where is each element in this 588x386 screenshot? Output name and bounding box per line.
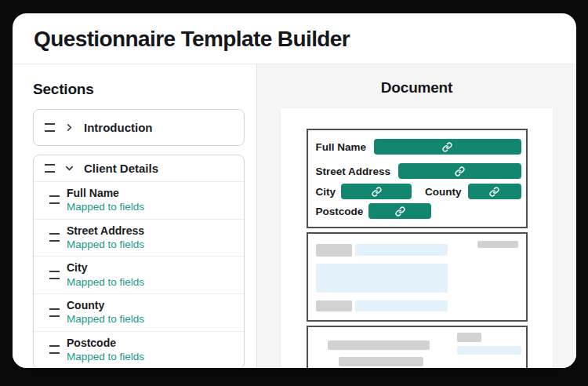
drag-handle-icon[interactable]	[49, 233, 60, 242]
mapped-field-pill-full-name[interactable]	[374, 139, 521, 155]
drag-handle-icon[interactable]	[49, 195, 60, 204]
field-mapped-status: Mapped to fields	[67, 275, 144, 290]
field-name: Full Name	[67, 186, 144, 200]
mapped-field-pill-postcode[interactable]	[368, 203, 431, 219]
mapped-field-pill-city[interactable]	[341, 184, 412, 199]
drag-handle-icon[interactable]	[49, 308, 60, 317]
drag-handle-icon[interactable]	[49, 345, 60, 354]
link-icon	[395, 206, 405, 217]
field-mapped-status: Mapped to fields	[67, 200, 144, 214]
section-label: Client Details	[84, 162, 158, 175]
field-name: Street Address	[67, 224, 144, 238]
field-mapped-status: Mapped to fields	[67, 238, 144, 252]
skeleton-text-bar	[316, 244, 352, 257]
doc-field-label-city: City	[316, 186, 336, 198]
sections-heading: Sections	[33, 81, 245, 98]
skeleton-text-bar	[477, 241, 518, 248]
field-name: City	[67, 260, 144, 275]
skeleton-text-bar	[457, 333, 481, 342]
app-header: Questionnaire Template Builder	[13, 13, 576, 64]
drag-handle-icon[interactable]	[45, 164, 55, 173]
page-title: Questionnaire Template Builder	[34, 27, 555, 52]
drag-handle-icon[interactable]	[45, 123, 55, 132]
section-row-introduction[interactable]: Introduction	[34, 110, 244, 145]
sections-panel: Sections Introduction Client Details	[13, 64, 257, 368]
link-icon	[372, 187, 382, 197]
field-row-full-name[interactable]: Full Name Mapped to fields	[34, 181, 244, 219]
link-icon	[489, 187, 499, 197]
content-area: Sections Introduction Client Details	[13, 64, 576, 368]
mapped-field-pill-county[interactable]	[468, 184, 521, 199]
mapped-field-pill-street-address[interactable]	[398, 163, 521, 179]
field-row-city[interactable]: City Mapped to fields	[34, 256, 244, 293]
field-row-county[interactable]: County Mapped to fields	[34, 293, 244, 331]
link-icon	[455, 166, 465, 177]
document-section-mapped-fields: Full Name Street Address City	[307, 129, 528, 228]
field-row-postcode[interactable]: Postcode Mapped to fields	[34, 331, 244, 368]
chevron-right-icon[interactable]	[64, 122, 75, 133]
field-row-street-address[interactable]: Street Address Mapped to fields	[34, 219, 244, 257]
document-section-placeholder-2	[307, 326, 528, 368]
link-icon	[442, 142, 452, 152]
section-label: Introduction	[84, 121, 152, 134]
field-mapped-status: Mapped to fields	[67, 350, 144, 364]
doc-field-label-postcode: Postcode	[316, 206, 364, 217]
field-name: County	[67, 298, 144, 312]
chevron-down-icon[interactable]	[64, 162, 75, 174]
drag-handle-icon[interactable]	[49, 271, 60, 279]
document-heading: Document	[257, 79, 576, 96]
section-card-introduction: Introduction	[33, 109, 245, 146]
doc-field-label-county: County	[425, 186, 462, 198]
section-row-client-details[interactable]: Client Details	[34, 155, 244, 181]
document-panel: Document Full Name Street Address	[257, 64, 576, 368]
section-card-client-details: Client Details Full Name Mapped to field…	[33, 155, 245, 368]
skeleton-text-bar	[328, 340, 430, 350]
doc-field-label-full-name: Full Name	[316, 141, 367, 153]
skeleton-text-bar	[339, 357, 423, 366]
skeleton-textarea	[316, 264, 448, 293]
field-name: Postcode	[67, 336, 144, 350]
document-section-placeholder-1	[307, 232, 528, 322]
skeleton-text-bar	[316, 300, 352, 311]
app-window: Questionnaire Template Builder Sections …	[13, 13, 576, 368]
doc-field-label-street-address: Street Address	[316, 166, 391, 177]
skeleton-input-bar	[457, 346, 521, 355]
document-page: Full Name Street Address City	[281, 108, 553, 368]
skeleton-input-bar	[355, 300, 448, 311]
field-mapped-status: Mapped to fields	[67, 312, 144, 326]
skeleton-input-bar	[355, 244, 448, 256]
